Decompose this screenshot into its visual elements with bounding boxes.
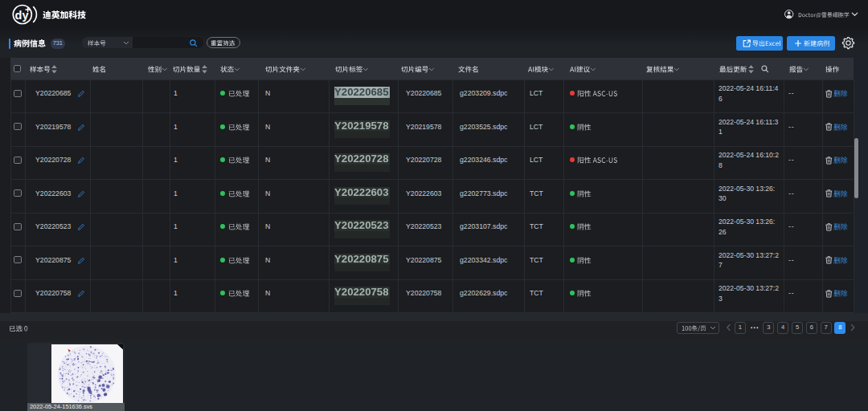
svg-text:dy: dy	[15, 8, 29, 21]
